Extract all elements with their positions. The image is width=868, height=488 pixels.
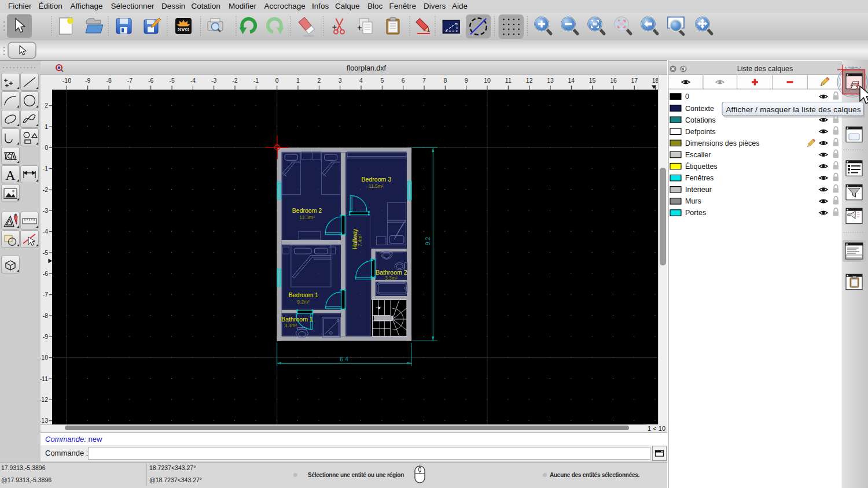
svg-text:3.3m²: 3.3m² <box>284 323 297 328</box>
svg-text:0: 0 <box>685 93 689 101</box>
svg-text:6.4: 6.4 <box>340 356 348 363</box>
svg-text:5: 5 <box>380 77 384 84</box>
svg-text:Escalier: Escalier <box>685 151 711 159</box>
svg-text:4: 4 <box>359 77 363 84</box>
svg-text:7.4m²: 7.4m² <box>358 234 363 246</box>
svg-text:3.3m²: 3.3m² <box>385 275 398 281</box>
svg-text:12.3m²: 12.3m² <box>299 215 315 220</box>
svg-text:14: 14 <box>568 77 575 84</box>
svg-text:9.2: 9.2 <box>424 237 431 246</box>
svg-text:-2: -2 <box>232 77 237 84</box>
svg-text:-10: -10 <box>41 354 48 361</box>
svg-text:-1: -1 <box>43 165 48 172</box>
svg-text:A: A <box>5 168 16 183</box>
svg-text:-8: -8 <box>43 312 48 319</box>
svg-text:Murs: Murs <box>685 197 701 205</box>
svg-text:17: 17 <box>631 77 638 84</box>
svg-text:-5: -5 <box>169 77 174 84</box>
svg-text:15: 15 <box>589 77 596 84</box>
svg-text:-6: -6 <box>148 77 153 84</box>
svg-text:Dimensions des pièces: Dimensions des pièces <box>685 139 760 147</box>
svg-text:-7: -7 <box>43 291 48 298</box>
svg-text:-8: -8 <box>106 77 111 84</box>
svg-text:Bedroom 3: Bedroom 3 <box>362 176 392 183</box>
svg-text:6: 6 <box>402 77 405 84</box>
svg-text:-4: -4 <box>190 77 196 84</box>
svg-text:-1: -1 <box>253 77 259 84</box>
svg-text:-3: -3 <box>211 77 216 84</box>
svg-text:-10: -10 <box>62 77 71 84</box>
svg-text:Portes: Portes <box>685 209 706 217</box>
svg-text:-13: -13 <box>41 417 48 424</box>
svg-text:9: 9 <box>465 77 468 84</box>
svg-text:12: 12 <box>526 77 533 84</box>
svg-text:Afficher / masquer la liste de: Afficher / masquer la liste des calques <box>726 105 861 114</box>
svg-text:Bathroom 2: Bathroom 2 <box>376 269 407 276</box>
svg-text:18: 18 <box>652 77 659 84</box>
svg-text:-11: -11 <box>41 375 48 382</box>
svg-text:11.5m²: 11.5m² <box>369 183 384 189</box>
svg-text:-12: -12 <box>41 396 48 403</box>
svg-text:16: 16 <box>610 77 617 84</box>
svg-text:Defpoints: Defpoints <box>685 128 716 136</box>
svg-text:-9: -9 <box>85 77 90 84</box>
svg-text:SVG: SVG <box>178 26 189 32</box>
svg-text:-7: -7 <box>127 77 133 84</box>
svg-text:9.2m²: 9.2m² <box>297 299 310 305</box>
svg-text:2: 2 <box>45 102 48 109</box>
svg-text:Contexte: Contexte <box>685 105 714 113</box>
svg-text:-2: -2 <box>43 186 48 193</box>
svg-text:11: 11 <box>505 77 512 84</box>
svg-text:1: 1 <box>45 123 48 130</box>
svg-text:Bedroom 1: Bedroom 1 <box>289 291 319 298</box>
svg-text:Intérieur: Intérieur <box>685 186 712 194</box>
svg-text:13: 13 <box>547 77 554 84</box>
svg-text:10: 10 <box>484 77 491 84</box>
svg-text:7: 7 <box>422 77 426 84</box>
svg-text:3: 3 <box>339 77 342 84</box>
svg-text:8: 8 <box>443 77 447 84</box>
svg-text:2: 2 <box>317 77 321 84</box>
svg-text:Liste des calques: Liste des calques <box>737 65 793 73</box>
svg-text:Fenêtres: Fenêtres <box>685 174 713 182</box>
svg-text:Bathroom 1: Bathroom 1 <box>281 316 312 323</box>
svg-text:-4: -4 <box>43 228 48 235</box>
svg-text:-6: -6 <box>43 270 48 277</box>
svg-text:-5: -5 <box>43 249 48 256</box>
svg-text:Étiquettes: Étiquettes <box>685 162 718 171</box>
svg-text:0: 0 <box>45 144 48 151</box>
svg-text:0: 0 <box>275 77 279 84</box>
svg-text:-9: -9 <box>43 333 48 340</box>
svg-text:Bedroom 2: Bedroom 2 <box>292 207 322 214</box>
svg-text:Cotations: Cotations <box>685 116 716 124</box>
svg-text:-3: -3 <box>43 207 48 214</box>
svg-text:1: 1 <box>296 77 300 84</box>
